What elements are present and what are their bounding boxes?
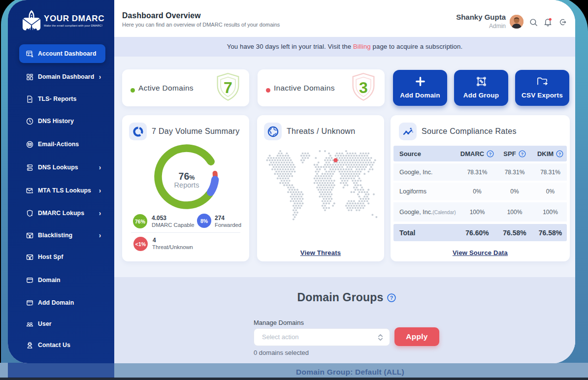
svg-text:?: ? (489, 151, 491, 156)
svg-text:7: 7 (224, 79, 232, 96)
svg-text:?: ? (521, 151, 523, 156)
svg-text:?: ? (558, 151, 561, 156)
svg-text:3: 3 (359, 79, 368, 96)
svg-text:?: ? (390, 295, 393, 301)
